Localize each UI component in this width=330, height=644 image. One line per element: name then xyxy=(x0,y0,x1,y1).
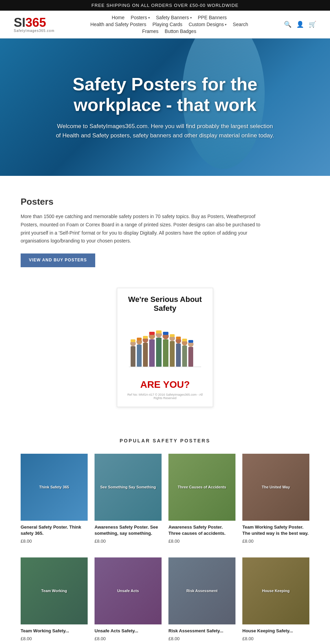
products-grid-2: Team Working Team Working Safety... £8.0… xyxy=(21,557,309,641)
product-image[interactable]: House Keeping xyxy=(242,557,309,624)
svg-rect-29 xyxy=(188,340,193,343)
hero-subtitle: Welcome to SafetyImages365.com. Here you… xyxy=(55,122,275,140)
svg-rect-14 xyxy=(156,330,162,334)
nav-button-badges[interactable]: Button Badges xyxy=(165,29,196,34)
product-name: General Safety Poster. Think safety 365. xyxy=(21,524,88,536)
poster-mock: We're Serious About Safety xyxy=(117,288,213,407)
product-card: Risk Assessment Risk Assessment Safety..… xyxy=(168,557,235,641)
product-name: Unsafe Acts Safety... xyxy=(95,628,162,634)
product-image[interactable]: Three Causes of Accidents xyxy=(168,454,235,521)
product-image[interactable]: The United Way xyxy=(242,454,309,521)
account-button[interactable]: 👤 xyxy=(296,21,304,28)
search-button[interactable]: 🔍 xyxy=(284,21,292,28)
svg-rect-20 xyxy=(170,334,175,337)
svg-rect-18 xyxy=(170,341,175,367)
product-image[interactable]: Risk Assessment xyxy=(168,557,235,624)
user-icon: 👤 xyxy=(296,21,304,28)
svg-rect-12 xyxy=(156,338,162,367)
svg-rect-26 xyxy=(182,339,187,341)
nav-frames[interactable]: Frames xyxy=(142,29,158,34)
product-card: Team Working Team Working Safety... £8.0… xyxy=(21,557,88,641)
hero-title: Safety Posters for the workplace - that … xyxy=(55,74,275,115)
product-name: House Keeping Safety... xyxy=(242,628,309,634)
chevron-down-icon: ▾ xyxy=(148,16,150,20)
cart-icon: 🛒 xyxy=(309,21,316,28)
logo-si: SI xyxy=(14,15,25,30)
product-card: Unsafe Acts Unsafe Acts Safety... £8.00 xyxy=(95,557,162,641)
nav-health-safety-posters[interactable]: Health and Safety Posters xyxy=(90,22,146,27)
product-price: £8.00 xyxy=(95,636,162,641)
logo-subtitle: SafetyImages365.com xyxy=(14,29,55,33)
posters-section-description: More than 1500 eye catching and memorabl… xyxy=(21,213,261,245)
hero-section: Safety Posters for the workplace - that … xyxy=(0,38,330,176)
nav-row-1: Home Posters ▾ Safety Banners ▾ PPE Bann… xyxy=(112,15,227,20)
nav-safety-banners[interactable]: Safety Banners ▾ xyxy=(156,15,192,20)
product-name: Awareness Safety Poster. See something, … xyxy=(95,524,162,536)
product-name: Awareness Safety Poster. Three causes of… xyxy=(168,524,235,536)
product-image-overlay: Team Working xyxy=(38,586,70,596)
popular-section: POPULAR SAFETY POSTERS Think Safety 365 … xyxy=(0,424,330,644)
view-buy-posters-button[interactable]: VIEW AND BUY POSTERS xyxy=(21,253,95,267)
product-image-overlay: Three Causes of Accidents xyxy=(175,482,229,492)
product-image-overlay: The United Way xyxy=(259,482,293,492)
svg-rect-0 xyxy=(131,346,135,367)
header-icons: 🔍 👤 🛒 xyxy=(284,21,316,28)
product-image-overlay: House Keeping xyxy=(259,586,292,596)
posters-section: Posters More than 1500 eye catching and … xyxy=(0,176,330,281)
svg-rect-15 xyxy=(163,339,168,367)
nav-posters[interactable]: Posters ▾ xyxy=(131,15,150,20)
product-price: £8.00 xyxy=(242,539,309,544)
logo[interactable]: SI365 SafetyImages365.com xyxy=(14,16,55,33)
svg-rect-5 xyxy=(137,338,142,340)
products-grid-1: Think Safety 365 General Safety Poster. … xyxy=(21,454,309,544)
cart-button[interactable]: 🛒 xyxy=(309,21,316,28)
product-card: Think Safety 365 General Safety Poster. … xyxy=(21,454,88,544)
product-name: Risk Assessment Safety... xyxy=(168,628,235,634)
nav-custom-designs[interactable]: Custom Designs ▾ xyxy=(189,22,227,27)
banner-text: FREE SHIPPING ON ALL ORDERS OVER £50-00 … xyxy=(91,3,239,8)
product-price: £8.00 xyxy=(21,636,88,641)
hero-content: Safety Posters for the workplace - that … xyxy=(48,74,282,140)
product-image[interactable]: Unsafe Acts xyxy=(95,557,162,624)
product-image-overlay: Unsafe Acts xyxy=(114,586,142,596)
product-card: The United Way Team Working Safety Poste… xyxy=(242,454,309,544)
nav-ppe-banners[interactable]: PPE Banners xyxy=(198,15,227,20)
svg-rect-27 xyxy=(188,347,193,367)
svg-rect-6 xyxy=(143,343,148,367)
search-icon: 🔍 xyxy=(284,21,292,28)
product-price: £8.00 xyxy=(168,636,235,641)
product-image[interactable]: Team Working xyxy=(21,557,88,624)
product-image-overlay: See Something Say Something xyxy=(98,482,159,492)
product-image[interactable]: See Something Say Something xyxy=(95,454,162,521)
workers-illustration xyxy=(127,319,203,374)
logo-365: 365 xyxy=(25,15,46,30)
nav-search-link[interactable]: Search xyxy=(233,22,248,27)
product-price: £8.00 xyxy=(21,539,88,544)
svg-rect-3 xyxy=(137,344,142,367)
popular-section-title: POPULAR SAFETY POSTERS xyxy=(21,438,309,443)
poster-mock-title: We're Serious About Safety xyxy=(124,295,206,313)
poster-mock-subtitle: ARE YOU? xyxy=(124,379,206,390)
product-card: House Keeping House Keeping Safety... £8… xyxy=(242,557,309,641)
poster-mock-ref: Ref No: MMSA-417 © 2016 SafetyImages365.… xyxy=(124,393,206,400)
svg-rect-9 xyxy=(149,339,155,367)
product-name: Team Working Safety... xyxy=(21,628,88,634)
poster-image-container: We're Serious About Safety xyxy=(0,281,330,424)
svg-rect-2 xyxy=(131,339,135,342)
product-image-overlay: Risk Assessment xyxy=(184,586,220,596)
svg-rect-24 xyxy=(182,346,187,367)
product-image[interactable]: Think Safety 365 xyxy=(21,454,88,521)
product-card: See Something Say Something Awareness Sa… xyxy=(95,454,162,544)
nav-playing-cards[interactable]: Playing Cards xyxy=(152,22,182,27)
posters-section-title: Posters xyxy=(21,196,309,207)
svg-rect-11 xyxy=(149,332,155,335)
nav-row-2: Health and Safety Posters Playing Cards … xyxy=(90,22,248,27)
main-nav: Home Posters ▾ Safety Banners ▾ PPE Bann… xyxy=(90,15,248,34)
product-name: Team Working Safety Poster. The united w… xyxy=(242,524,309,536)
product-price: £8.00 xyxy=(242,636,309,641)
chevron-down-icon: ▾ xyxy=(190,16,192,20)
nav-home[interactable]: Home xyxy=(112,15,124,20)
top-banner: FREE SHIPPING ON ALL ORDERS OVER £50-00 … xyxy=(0,0,330,11)
chevron-down-icon: ▾ xyxy=(225,23,227,26)
svg-rect-23 xyxy=(176,337,181,339)
